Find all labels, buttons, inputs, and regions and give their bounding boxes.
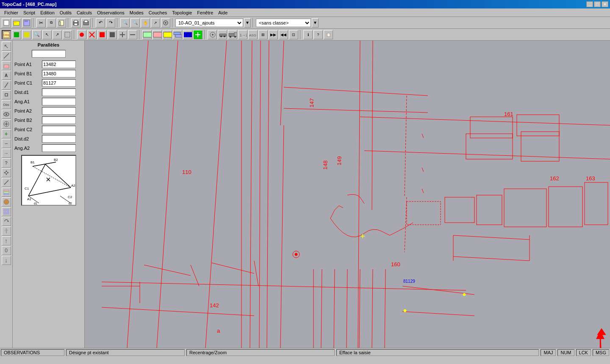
lt-text[interactable]: A (2, 71, 11, 80)
lt-layers[interactable] (2, 188, 11, 197)
tb2-pointer[interactable]: ↗ (53, 30, 62, 39)
tb1-paste[interactable] (57, 18, 66, 28)
tb2-obs[interactable]: Obs (2, 30, 11, 39)
lt-up-arrow[interactable]: ↑ (2, 236, 11, 245)
tb1-config[interactable] (161, 18, 170, 28)
point-a2-input[interactable] (42, 107, 76, 115)
lt-rotate[interactable] (2, 217, 11, 226)
menu-observations[interactable]: Observations (94, 9, 127, 16)
tb2-layer1[interactable] (142, 30, 152, 39)
tb2-layer2[interactable] (152, 30, 162, 39)
lt-arrow[interactable]: ↖ (2, 41, 11, 51)
tb1-print[interactable] (71, 18, 80, 28)
tb2-gray-sq[interactable] (108, 30, 117, 39)
lt-pencil2[interactable] (2, 178, 11, 187)
class-dropdown[interactable]: <sans classe> (256, 19, 311, 27)
lt-plus-circle[interactable] (2, 119, 11, 129)
tb1-pan[interactable]: ✋ (141, 18, 150, 28)
tb1-dd-arrow2[interactable]: ▼ (312, 18, 319, 28)
tb2-circle[interactable] (208, 30, 217, 39)
lt-pencil[interactable] (2, 80, 11, 90)
lt-move[interactable] (2, 168, 11, 177)
map-area[interactable]: 147 148 149 161 166 b 162 163 160 a 110 … (85, 41, 610, 348)
lt-minus[interactable]: − (2, 139, 11, 148)
tb2-select2[interactable] (63, 30, 72, 39)
tb1-open[interactable] (12, 18, 21, 28)
tb2-search[interactable]: 🔍 (32, 30, 42, 39)
tb2-cursor[interactable]: ↖ (42, 30, 52, 39)
point-b2-input[interactable] (42, 116, 76, 124)
lt-zero[interactable]: 0 (2, 246, 11, 255)
tb2-minus[interactable] (128, 30, 137, 39)
menu-fichier[interactable]: Fichier (2, 9, 21, 16)
lt-down-arrow[interactable]: ↓ (2, 256, 11, 265)
tb1-print2[interactable] (81, 18, 91, 28)
tb2-red-dot[interactable] (77, 30, 86, 39)
minimize-button[interactable]: _ (586, 1, 593, 7)
tb2-plus[interactable] (118, 30, 127, 39)
lt-plus[interactable]: + (2, 129, 11, 138)
point-c1-input[interactable] (42, 79, 76, 87)
menu-couches[interactable]: Couches (146, 9, 169, 16)
lt-question[interactable]: ? (2, 158, 11, 168)
tb2-info2[interactable]: ? (313, 30, 323, 39)
tb2-tool1[interactable]: ⊞ (258, 30, 268, 39)
ang-a2-input[interactable] (42, 144, 76, 152)
tb1-cut[interactable]: ✂ (36, 18, 46, 28)
tb2-red-sq[interactable] (97, 30, 107, 39)
tb1-zoom-in[interactable]: 🔍 (120, 18, 130, 28)
dist-d2-input[interactable] (42, 135, 76, 143)
tb1-dd-arrow[interactable]: ▼ (244, 18, 251, 28)
menu-aide[interactable]: Aide (216, 9, 230, 16)
tb2-red-x[interactable] (87, 30, 97, 39)
dist-d1-input[interactable] (42, 88, 76, 96)
ang-a1-input[interactable] (42, 98, 76, 105)
title-bar-controls[interactable]: _ □ × (586, 1, 608, 7)
tb2-blue-sq[interactable] (183, 30, 192, 39)
menu-script[interactable]: Script (21, 9, 38, 16)
tb2-tool2[interactable]: ▶▶ (269, 30, 278, 39)
lt-node[interactable] (2, 90, 11, 99)
tb1-save[interactable] (22, 18, 31, 28)
tb1-zoom-out[interactable]: 🔍 (130, 18, 140, 28)
tb2-green-sq[interactable] (12, 30, 21, 39)
lt-line[interactable] (2, 51, 11, 61)
menu-fenetre[interactable]: Fenêtre (194, 9, 216, 16)
point-c2-input[interactable] (42, 126, 76, 133)
point-b1-input[interactable] (42, 70, 76, 77)
menu-edition[interactable]: Edition (38, 9, 57, 16)
tb2-plus2[interactable] (193, 30, 202, 39)
close-button[interactable]: × (602, 1, 608, 7)
tb2-info1[interactable]: ℹ (303, 30, 313, 39)
layer-dropdown[interactable]: 10-AO_01_ajouts (175, 19, 243, 27)
lt-sym[interactable] (2, 226, 11, 236)
menu-modes[interactable]: Modes (127, 9, 146, 16)
tb2-yellow-sq[interactable] (22, 30, 31, 39)
lt-eraser[interactable] (2, 61, 11, 70)
menu-calculs[interactable]: Calculs (74, 9, 94, 16)
lt-palette[interactable] (2, 197, 11, 207)
maximize-button[interactable]: □ (594, 1, 601, 7)
lt-obs[interactable]: Obs (2, 100, 11, 109)
tb2-num12[interactable]: 1→2 (238, 30, 247, 39)
tb2-truck[interactable] (228, 30, 237, 39)
tb1-undo[interactable]: ↶ (96, 18, 105, 28)
tb2-tool4[interactable]: ⊡ (289, 30, 298, 39)
tb2-tool3[interactable]: ◀◀ (279, 30, 288, 39)
panel-input[interactable] (32, 50, 66, 58)
lt-grid[interactable] (2, 207, 11, 216)
lt-arrow-right[interactable]: → (2, 149, 11, 158)
tb1-new[interactable] (2, 18, 11, 28)
point-a1-input[interactable] (42, 61, 76, 68)
tb2-layer4[interactable] (173, 30, 182, 39)
tb1-redo[interactable]: ↷ (106, 18, 115, 28)
tb2-car[interactable] (218, 30, 227, 39)
tb2-asg[interactable]: ASG (248, 30, 258, 39)
tb2-layer3[interactable] (163, 30, 172, 39)
tb1-select[interactable]: ↗ (151, 18, 160, 28)
tb2-info3[interactable]: 📋 (324, 30, 333, 39)
menu-outils[interactable]: Outils (57, 9, 74, 16)
lt-eye[interactable] (2, 110, 11, 119)
menu-topologie[interactable]: Topologie (169, 9, 194, 16)
tb1-copy[interactable]: ⧉ (47, 18, 56, 28)
